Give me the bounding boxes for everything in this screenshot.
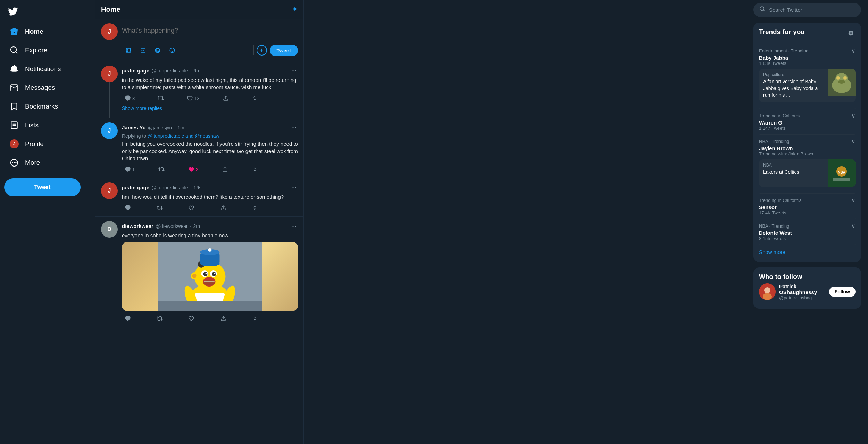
twitter-logo[interactable] <box>4 3 22 20</box>
trend-item-delonte-west[interactable]: NBA · Trending ∨ Delonte West 8,155 Twee… <box>759 219 856 245</box>
tweet-more-button[interactable]: ··· <box>290 221 298 231</box>
sidebar-item-bookmarks[interactable]: Bookmarks <box>4 98 91 115</box>
trend-chevron-icon[interactable]: ∨ <box>851 138 856 145</box>
like-action[interactable]: 13 <box>184 94 202 103</box>
svg-rect-33 <box>833 178 850 181</box>
sidebar-item-bookmarks-label: Bookmarks <box>25 103 58 110</box>
retweet-action[interactable] <box>156 165 167 174</box>
reply-action[interactable] <box>122 203 134 212</box>
tweet-dot: · <box>190 68 191 74</box>
trend-card-baby-jabba[interactable]: Pop culture A fan art version of Baby Ja… <box>759 69 856 102</box>
trend-card-desc: A fan art version of Baby Jabba gives Ba… <box>763 78 824 99</box>
trend-chevron-icon[interactable]: ∨ <box>851 223 856 229</box>
sidebar-item-messages[interactable]: Messages <box>4 79 91 96</box>
list-icon <box>10 121 19 130</box>
share-action[interactable] <box>217 203 229 212</box>
show-more-trends[interactable]: Show more <box>759 245 856 256</box>
reply-to-link[interactable]: @itunpredictable and @nbashaw <box>148 133 219 139</box>
compose-input[interactable] <box>122 23 298 38</box>
trend-card-category: Pop culture <box>763 72 824 77</box>
trend-header: Entertainment · Trending ∨ <box>759 48 856 54</box>
trend-header: Trending in California ∨ <box>759 112 856 119</box>
trends-settings-button[interactable] <box>846 29 856 40</box>
tweet-item[interactable]: J James Yu @jamesjyu · 1m ··· Replying t… <box>95 118 303 178</box>
reply-count: 1 <box>132 167 135 172</box>
sidebar-item-home-label: Home <box>25 28 43 35</box>
tweet-avatar: D <box>101 221 118 238</box>
tweet-image <box>122 242 298 311</box>
share-action[interactable] <box>217 314 229 323</box>
search-icon <box>759 6 766 14</box>
feed-title: Home <box>101 6 120 14</box>
sidebar-item-more[interactable]: More <box>4 154 91 171</box>
tweet-user-info: justin gage @itunpredictable · 16s <box>122 185 201 190</box>
sparkle-icon[interactable]: ✦ <box>292 5 298 14</box>
trend-item-jaylen-brown[interactable]: NBA · Trending ∨ Jaylen Brown Trending w… <box>759 135 856 194</box>
tweet-text: hm, how would i tell if i overcooked the… <box>122 193 298 200</box>
share-action[interactable] <box>219 165 231 174</box>
add-tweet-btn[interactable]: + <box>257 45 267 56</box>
thread-line <box>109 82 110 118</box>
who-to-follow-box: Who to follow Patrick OShaughnessy @patr… <box>753 267 861 309</box>
trend-card-nba[interactable]: NBA Lakers at Celtics NBA <box>759 159 856 187</box>
tweet-submit-button[interactable]: Tweet <box>270 45 298 56</box>
trend-name: Warren G <box>759 120 782 126</box>
retweet-action[interactable] <box>154 314 166 323</box>
poll-icon-btn[interactable] <box>151 44 164 57</box>
sidebar-item-profile[interactable]: J Profile <box>4 135 91 153</box>
like-action[interactable]: 2 <box>185 165 201 174</box>
sidebar-item-explore[interactable]: Explore <box>4 42 91 59</box>
follow-button[interactable]: Follow <box>829 287 856 297</box>
trend-chevron-icon[interactable]: ∨ <box>851 48 856 54</box>
tweet-more-button[interactable]: ··· <box>290 182 298 193</box>
analytics-action[interactable] <box>249 203 261 212</box>
bell-icon <box>10 65 19 74</box>
trend-name: Delonte West <box>759 230 792 236</box>
analytics-action[interactable] <box>249 94 261 103</box>
trend-name: Sensor <box>759 204 777 210</box>
trend-chevron-icon[interactable]: ∨ <box>851 112 856 119</box>
tweet-item[interactable]: J justin gage @itunpredictable · 16s ···… <box>95 178 303 217</box>
share-action[interactable] <box>220 94 232 103</box>
trend-item-warren-g[interactable]: Trending in California ∨ Warren G 1,147 … <box>759 109 856 135</box>
tweet-item[interactable]: D dieworkwear @dieworkwear · 2m ··· ever… <box>95 217 303 327</box>
photo-icon-btn[interactable] <box>122 44 135 57</box>
gif-icon-btn[interactable] <box>136 44 150 57</box>
show-more-replies[interactable]: Show more replies <box>122 103 298 114</box>
tweet-name: dieworkwear <box>122 223 153 229</box>
tweet-dot: · <box>174 125 175 130</box>
tweet-content: justin gage @itunpredictable · 6h ··· in… <box>122 66 298 114</box>
tweet-name: justin gage <box>122 185 149 190</box>
tweet-handle: @dieworkwear <box>156 223 188 229</box>
reply-action[interactable]: 1 <box>122 165 137 174</box>
trend-chevron-icon[interactable]: ∨ <box>851 197 856 204</box>
trend-sub: Trending with: Jalen Brown <box>759 151 856 156</box>
tweet-avatar: J <box>101 66 118 82</box>
search-box[interactable]: Search Twitter <box>753 3 861 17</box>
tweet-more-button[interactable]: ··· <box>290 66 298 76</box>
analytics-action[interactable] <box>249 314 261 323</box>
reply-action[interactable] <box>122 314 134 323</box>
tweet-button[interactable]: Tweet <box>4 178 81 196</box>
reply-action[interactable]: 3 <box>122 94 137 103</box>
trend-header: Trending in California ∨ <box>759 197 856 204</box>
sidebar-item-home[interactable]: Home <box>4 23 91 40</box>
tweet-item[interactable]: J justin gage @itunpredictable · 6h ··· … <box>95 61 303 118</box>
sidebar-item-lists[interactable]: Lists <box>4 117 91 134</box>
trend-item-baby-jabba[interactable]: Entertainment · Trending ∨ Baby Jabba 18… <box>759 44 856 109</box>
tweet-more-button[interactable]: ··· <box>290 122 298 133</box>
analytics-action[interactable] <box>249 165 261 174</box>
like-action[interactable] <box>185 314 197 323</box>
explore-icon <box>10 46 19 55</box>
trend-card-img-nba: NBA <box>828 159 856 187</box>
tweet-user-info: justin gage @itunpredictable · 6h <box>122 68 199 74</box>
emoji-icon-btn[interactable] <box>166 44 179 57</box>
like-action[interactable] <box>185 203 197 212</box>
follow-info: Patrick OShaughnessy @patrick_oshag <box>779 283 826 300</box>
search-placeholder: Search Twitter <box>769 7 802 13</box>
retweet-action[interactable] <box>154 203 166 212</box>
trend-item-sensor[interactable]: Trending in California ∨ Sensor 17.4K Tw… <box>759 194 856 219</box>
sidebar-item-notifications[interactable]: Notifications <box>4 60 91 78</box>
svg-point-16 <box>192 274 197 278</box>
retweet-action[interactable] <box>155 94 167 103</box>
